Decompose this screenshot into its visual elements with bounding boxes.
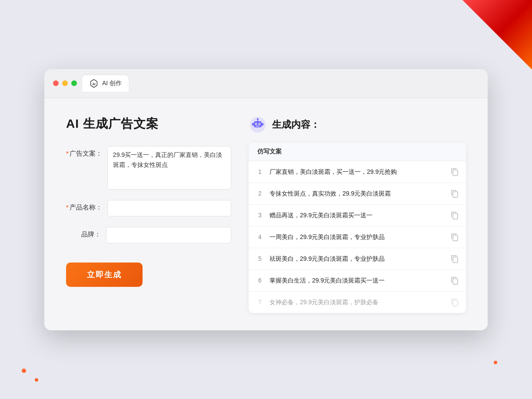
row-text: 女神必备，29.9元美白淡斑霜，护肤必备: [269, 298, 445, 307]
svg-rect-18: [453, 279, 458, 284]
row-number: 1: [256, 168, 264, 175]
table-header: 仿写文案: [249, 143, 466, 161]
svg-rect-16: [453, 235, 458, 241]
copy-icon[interactable]: [450, 276, 459, 285]
copy-icon[interactable]: [450, 298, 459, 306]
page-title: AI 生成广告文案: [66, 116, 231, 132]
copy-icon[interactable]: [450, 167, 459, 176]
product-name-input[interactable]: 美白淡斑霜: [107, 200, 231, 216]
product-name-label: *产品名称：: [66, 200, 102, 212]
table-row: 3 赠品再送，29.9元美白淡斑霜买一送一: [249, 205, 466, 226]
ad-copy-required: *: [66, 150, 69, 157]
window-controls: [53, 80, 77, 86]
results-header: 生成内容：: [249, 116, 466, 134]
row-text: 厂家直销，美白淡斑霜，买一送一，29.9元抢购: [269, 167, 445, 176]
svg-point-10: [257, 118, 259, 120]
row-number: 6: [256, 277, 264, 284]
results-table: 仿写文案 1 厂家直销，美白淡斑霜，买一送一，29.9元抢购 2 专抹女性斑点，…: [249, 143, 466, 313]
left-panel: AI 生成广告文案 *广告文案： 29.9买一送一，真正的厂家直销，美白淡斑霜，…: [66, 116, 231, 313]
row-number: 5: [256, 255, 264, 262]
svg-rect-13: [453, 170, 458, 176]
table-row: 6 掌握美白生活，29.9元美白淡斑霜买一送一: [249, 270, 466, 292]
table-row: 5 祛斑美白，29.9元美白淡斑霜，专业护肤品: [249, 248, 466, 270]
robot-icon: [249, 116, 267, 134]
right-panel: 生成内容： 仿写文案 1 厂家直销，美白淡斑霜，买一送一，29.9元抢购 2: [249, 116, 466, 313]
svg-rect-17: [453, 257, 458, 263]
row-text: 专抹女性斑点，真实功效，29.9元美白淡斑霜: [269, 189, 445, 198]
bg-decoration-top-right: [462, 0, 532, 70]
ad-copy-input[interactable]: 29.9买一送一，真正的厂家直销，美白淡斑霜，专抹女性斑点: [107, 146, 231, 190]
svg-rect-15: [453, 213, 458, 219]
bg-dot-2: [35, 378, 38, 382]
row-text: 一周美白，29.9元美白淡斑霜，专业护肤品: [269, 233, 445, 242]
copy-icon[interactable]: [450, 211, 459, 219]
table-row: 1 厂家直销，美白淡斑霜，买一送一，29.9元抢购: [249, 161, 466, 183]
results-title: 生成内容：: [272, 118, 320, 131]
ad-copy-row: *广告文案： 29.9买一送一，真正的厂家直销，美白淡斑霜，专抹女性斑点: [66, 146, 231, 190]
copy-icon[interactable]: [450, 233, 459, 241]
generate-button[interactable]: 立即生成: [66, 263, 143, 287]
row-text: 祛斑美白，29.9元美白淡斑霜，专业护肤品: [269, 254, 445, 263]
title-bar: AI AI 创作: [44, 69, 488, 98]
row-number: 3: [256, 212, 264, 219]
table-row-faded: 7 女神必备，29.9元美白淡斑霜，护肤必备: [249, 292, 466, 313]
product-name-required: *: [66, 203, 69, 211]
svg-point-6: [256, 123, 256, 124]
svg-rect-14: [453, 192, 458, 197]
maximize-button[interactable]: [71, 80, 77, 86]
table-row: 2 专抹女性斑点，真实功效，29.9元美白淡斑霜: [249, 183, 466, 205]
browser-window: AI AI 创作 AI 生成广告文案 *广告文案： 29.9买一送一，真正的厂家…: [44, 69, 488, 330]
brand-row: 品牌： 好白: [66, 227, 231, 243]
row-text: 赠品再送，29.9元美白淡斑霜买一送一: [269, 211, 445, 220]
row-text: 掌握美白生活，29.9元美白淡斑霜买一送一: [269, 276, 445, 285]
bg-dot-3: [494, 361, 497, 364]
svg-rect-12: [262, 123, 263, 126]
copy-icon[interactable]: [450, 254, 459, 263]
tab-label: AI 创作: [102, 80, 122, 87]
svg-rect-19: [453, 300, 458, 306]
ad-copy-label: *广告文案：: [66, 146, 102, 158]
brand-label: 品牌：: [66, 227, 101, 239]
row-number: 7: [256, 299, 264, 306]
svg-text:AI: AI: [92, 82, 95, 86]
bg-dot-1: [22, 369, 26, 373]
close-button[interactable]: [53, 80, 59, 86]
main-content: AI 生成广告文案 *广告文案： 29.9买一送一，真正的厂家直销，美白淡斑霜，…: [44, 98, 488, 330]
ai-tab-icon: AI: [89, 79, 99, 88]
table-row: 4 一周美白，29.9元美白淡斑霜，专业护肤品: [249, 226, 466, 248]
copy-icon[interactable]: [450, 189, 459, 198]
minimize-button[interactable]: [62, 80, 68, 86]
product-name-row: *产品名称： 美白淡斑霜: [66, 200, 231, 216]
row-number: 4: [256, 233, 264, 240]
row-number: 2: [256, 190, 264, 197]
brand-input[interactable]: 好白: [106, 227, 231, 243]
svg-rect-11: [252, 123, 254, 126]
svg-point-7: [259, 123, 260, 124]
svg-rect-8: [256, 126, 260, 126]
tab-ai-creation[interactable]: AI AI 创作: [82, 75, 129, 92]
